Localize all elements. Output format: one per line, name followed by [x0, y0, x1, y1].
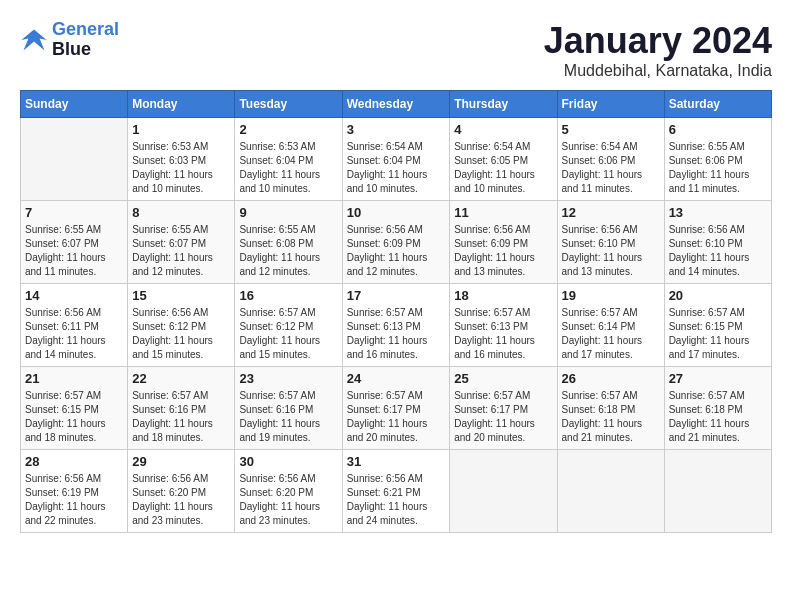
- column-header-tuesday: Tuesday: [235, 91, 342, 118]
- day-number: 6: [669, 122, 767, 137]
- day-info: Sunrise: 6:57 AMSunset: 6:16 PMDaylight:…: [239, 389, 337, 445]
- day-info: Sunrise: 6:57 AMSunset: 6:12 PMDaylight:…: [239, 306, 337, 362]
- day-info: Sunrise: 6:56 AMSunset: 6:19 PMDaylight:…: [25, 472, 123, 528]
- calendar-cell: 25Sunrise: 6:57 AMSunset: 6:17 PMDayligh…: [450, 367, 557, 450]
- calendar-cell: 5Sunrise: 6:54 AMSunset: 6:06 PMDaylight…: [557, 118, 664, 201]
- day-number: 12: [562, 205, 660, 220]
- day-info: Sunrise: 6:57 AMSunset: 6:15 PMDaylight:…: [25, 389, 123, 445]
- calendar-cell: 2Sunrise: 6:53 AMSunset: 6:04 PMDaylight…: [235, 118, 342, 201]
- day-number: 9: [239, 205, 337, 220]
- day-info: Sunrise: 6:55 AMSunset: 6:08 PMDaylight:…: [239, 223, 337, 279]
- day-info: Sunrise: 6:56 AMSunset: 6:20 PMDaylight:…: [132, 472, 230, 528]
- day-number: 13: [669, 205, 767, 220]
- logo: General Blue: [20, 20, 119, 60]
- calendar-cell: 8Sunrise: 6:55 AMSunset: 6:07 PMDaylight…: [128, 201, 235, 284]
- day-number: 11: [454, 205, 552, 220]
- calendar-cell: 16Sunrise: 6:57 AMSunset: 6:12 PMDayligh…: [235, 284, 342, 367]
- day-info: Sunrise: 6:56 AMSunset: 6:10 PMDaylight:…: [562, 223, 660, 279]
- calendar-cell: 13Sunrise: 6:56 AMSunset: 6:10 PMDayligh…: [664, 201, 771, 284]
- calendar-cell: 27Sunrise: 6:57 AMSunset: 6:18 PMDayligh…: [664, 367, 771, 450]
- calendar-cell: 21Sunrise: 6:57 AMSunset: 6:15 PMDayligh…: [21, 367, 128, 450]
- day-info: Sunrise: 6:55 AMSunset: 6:07 PMDaylight:…: [132, 223, 230, 279]
- day-info: Sunrise: 6:57 AMSunset: 6:13 PMDaylight:…: [347, 306, 446, 362]
- day-number: 27: [669, 371, 767, 386]
- logo-icon: [20, 26, 48, 54]
- calendar-cell: 18Sunrise: 6:57 AMSunset: 6:13 PMDayligh…: [450, 284, 557, 367]
- day-info: Sunrise: 6:57 AMSunset: 6:17 PMDaylight:…: [454, 389, 552, 445]
- calendar-cell: [557, 450, 664, 533]
- day-number: 23: [239, 371, 337, 386]
- calendar-cell: 29Sunrise: 6:56 AMSunset: 6:20 PMDayligh…: [128, 450, 235, 533]
- location-title: Muddebihal, Karnataka, India: [544, 62, 772, 80]
- day-number: 30: [239, 454, 337, 469]
- day-number: 5: [562, 122, 660, 137]
- day-info: Sunrise: 6:56 AMSunset: 6:10 PMDaylight:…: [669, 223, 767, 279]
- day-number: 3: [347, 122, 446, 137]
- week-row-2: 7Sunrise: 6:55 AMSunset: 6:07 PMDaylight…: [21, 201, 772, 284]
- calendar-cell: 9Sunrise: 6:55 AMSunset: 6:08 PMDaylight…: [235, 201, 342, 284]
- calendar-cell: 15Sunrise: 6:56 AMSunset: 6:12 PMDayligh…: [128, 284, 235, 367]
- day-number: 8: [132, 205, 230, 220]
- column-header-monday: Monday: [128, 91, 235, 118]
- day-number: 17: [347, 288, 446, 303]
- day-number: 4: [454, 122, 552, 137]
- week-row-5: 28Sunrise: 6:56 AMSunset: 6:19 PMDayligh…: [21, 450, 772, 533]
- column-header-wednesday: Wednesday: [342, 91, 450, 118]
- day-number: 1: [132, 122, 230, 137]
- day-info: Sunrise: 6:56 AMSunset: 6:09 PMDaylight:…: [454, 223, 552, 279]
- day-info: Sunrise: 6:57 AMSunset: 6:18 PMDaylight:…: [562, 389, 660, 445]
- calendar-cell: [664, 450, 771, 533]
- day-number: 7: [25, 205, 123, 220]
- calendar-cell: 20Sunrise: 6:57 AMSunset: 6:15 PMDayligh…: [664, 284, 771, 367]
- day-number: 22: [132, 371, 230, 386]
- week-row-3: 14Sunrise: 6:56 AMSunset: 6:11 PMDayligh…: [21, 284, 772, 367]
- day-number: 20: [669, 288, 767, 303]
- calendar-cell: 1Sunrise: 6:53 AMSunset: 6:03 PMDaylight…: [128, 118, 235, 201]
- logo-text: General Blue: [52, 20, 119, 60]
- month-title: January 2024: [544, 20, 772, 62]
- day-info: Sunrise: 6:53 AMSunset: 6:04 PMDaylight:…: [239, 140, 337, 196]
- day-info: Sunrise: 6:54 AMSunset: 6:06 PMDaylight:…: [562, 140, 660, 196]
- calendar-cell: 11Sunrise: 6:56 AMSunset: 6:09 PMDayligh…: [450, 201, 557, 284]
- calendar-cell: 19Sunrise: 6:57 AMSunset: 6:14 PMDayligh…: [557, 284, 664, 367]
- calendar-cell: 26Sunrise: 6:57 AMSunset: 6:18 PMDayligh…: [557, 367, 664, 450]
- day-number: 19: [562, 288, 660, 303]
- day-info: Sunrise: 6:56 AMSunset: 6:09 PMDaylight:…: [347, 223, 446, 279]
- calendar-cell: 12Sunrise: 6:56 AMSunset: 6:10 PMDayligh…: [557, 201, 664, 284]
- day-info: Sunrise: 6:56 AMSunset: 6:11 PMDaylight:…: [25, 306, 123, 362]
- calendar-cell: [450, 450, 557, 533]
- day-info: Sunrise: 6:54 AMSunset: 6:04 PMDaylight:…: [347, 140, 446, 196]
- day-info: Sunrise: 6:53 AMSunset: 6:03 PMDaylight:…: [132, 140, 230, 196]
- column-header-thursday: Thursday: [450, 91, 557, 118]
- calendar-cell: [21, 118, 128, 201]
- day-number: 31: [347, 454, 446, 469]
- day-number: 26: [562, 371, 660, 386]
- day-info: Sunrise: 6:57 AMSunset: 6:15 PMDaylight:…: [669, 306, 767, 362]
- column-header-friday: Friday: [557, 91, 664, 118]
- header: General Blue January 2024 Muddebihal, Ka…: [20, 20, 772, 80]
- day-number: 28: [25, 454, 123, 469]
- day-number: 21: [25, 371, 123, 386]
- day-number: 16: [239, 288, 337, 303]
- calendar-cell: 17Sunrise: 6:57 AMSunset: 6:13 PMDayligh…: [342, 284, 450, 367]
- day-info: Sunrise: 6:56 AMSunset: 6:20 PMDaylight:…: [239, 472, 337, 528]
- day-number: 25: [454, 371, 552, 386]
- calendar-cell: 30Sunrise: 6:56 AMSunset: 6:20 PMDayligh…: [235, 450, 342, 533]
- day-number: 15: [132, 288, 230, 303]
- calendar-cell: 23Sunrise: 6:57 AMSunset: 6:16 PMDayligh…: [235, 367, 342, 450]
- calendar-cell: 3Sunrise: 6:54 AMSunset: 6:04 PMDaylight…: [342, 118, 450, 201]
- calendar-cell: 28Sunrise: 6:56 AMSunset: 6:19 PMDayligh…: [21, 450, 128, 533]
- calendar-cell: 4Sunrise: 6:54 AMSunset: 6:05 PMDaylight…: [450, 118, 557, 201]
- day-info: Sunrise: 6:57 AMSunset: 6:13 PMDaylight:…: [454, 306, 552, 362]
- svg-marker-0: [21, 29, 46, 50]
- calendar-table: SundayMondayTuesdayWednesdayThursdayFrid…: [20, 90, 772, 533]
- week-row-4: 21Sunrise: 6:57 AMSunset: 6:15 PMDayligh…: [21, 367, 772, 450]
- day-info: Sunrise: 6:57 AMSunset: 6:16 PMDaylight:…: [132, 389, 230, 445]
- title-area: January 2024 Muddebihal, Karnataka, Indi…: [544, 20, 772, 80]
- day-number: 24: [347, 371, 446, 386]
- day-info: Sunrise: 6:57 AMSunset: 6:18 PMDaylight:…: [669, 389, 767, 445]
- day-info: Sunrise: 6:56 AMSunset: 6:21 PMDaylight:…: [347, 472, 446, 528]
- day-number: 10: [347, 205, 446, 220]
- day-info: Sunrise: 6:55 AMSunset: 6:07 PMDaylight:…: [25, 223, 123, 279]
- day-number: 29: [132, 454, 230, 469]
